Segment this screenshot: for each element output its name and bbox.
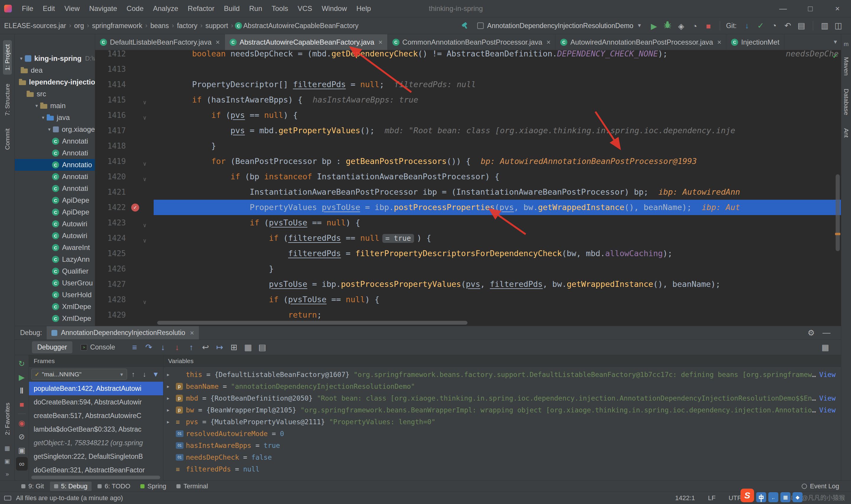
- close-icon[interactable]: ×: [190, 329, 194, 337]
- event-log-button[interactable]: Event Log: [802, 482, 839, 490]
- code-line-1428[interactable]: 1428∨if (pvsToUse == null) {: [95, 292, 841, 307]
- layout-grid-icon[interactable]: ▦: [4, 445, 10, 452]
- project-tool-window[interactable]: ▼king-in-springD:\wordealependency-injec…: [15, 34, 95, 326]
- variable-row-resolvedAutowireMode[interactable]: 01resolvedAutowireMode = 0: [163, 428, 841, 439]
- code-line-1419[interactable]: 1419∨for (BeanPostProcessor bp : getBean…: [95, 154, 841, 169]
- variable-row-needsDepCheck[interactable]: 01needsDepCheck = false: [163, 451, 841, 463]
- gutter-1414[interactable]: 1414: [95, 77, 153, 92]
- code-line-1429[interactable]: 1429return;: [95, 307, 841, 323]
- expand-arrow-icon[interactable]: ▶: [167, 408, 176, 412]
- stripe-7-structure[interactable]: 7: Structure: [3, 79, 12, 120]
- menu-refactor[interactable]: Refactor: [183, 3, 219, 15]
- code-line-1414[interactable]: 1414PropertyDescriptor[] filteredPds = n…: [95, 77, 841, 92]
- evaluate-icon[interactable]: ⊞: [227, 341, 241, 354]
- stripe-maven[interactable]: Maven: [842, 53, 851, 80]
- gutter-1428[interactable]: 1428∨: [95, 292, 153, 307]
- close-button[interactable]: ×: [824, 0, 851, 17]
- commit-icon[interactable]: ✓: [754, 19, 767, 32]
- tree-expand-icon[interactable]: ▼: [46, 127, 53, 132]
- tree-expand-icon[interactable]: ▼: [33, 103, 40, 108]
- run-to-cursor-icon[interactable]: ↦: [213, 341, 227, 354]
- view-table-icon[interactable]: ▦: [241, 341, 255, 354]
- code-line-1418[interactable]: 1418}: [95, 138, 841, 154]
- gutter-1421[interactable]: 1421: [95, 184, 153, 200]
- oo-icon[interactable]: ∞: [16, 457, 28, 471]
- toolwindow-6-todo[interactable]: 6: TODO: [93, 482, 134, 491]
- drop-frame-icon[interactable]: ↩: [198, 341, 213, 354]
- tree-item-annotati[interactable]: CAnnotati: [15, 135, 95, 147]
- shelf-icon[interactable]: ▤: [795, 19, 808, 32]
- variable-row-this[interactable]: ▶this = {DefaultListableBeanFactory@1607…: [163, 369, 841, 380]
- close-icon[interactable]: ×: [546, 38, 550, 47]
- stripe-1-project[interactable]: 1: Project: [3, 40, 12, 75]
- tree-expand-icon[interactable]: ▼: [18, 56, 25, 61]
- breadcrumb-item[interactable]: factory: [176, 21, 199, 31]
- code-line-1417[interactable]: 1417pvs = mbd.getPropertyValues();mbd: "…: [95, 123, 841, 138]
- gutter-1416[interactable]: 1416∨: [95, 108, 153, 123]
- view-breakpoints-icon[interactable]: ◉: [15, 416, 29, 430]
- close-icon[interactable]: ×: [379, 38, 383, 47]
- gutter-1425[interactable]: 1425: [95, 246, 153, 261]
- tree-item-usergrou[interactable]: CUserGrou: [15, 277, 95, 289]
- tree-item-xmldepe[interactable]: CXmlDepe: [15, 312, 95, 324]
- close-icon[interactable]: ×: [717, 38, 721, 47]
- filter-icon[interactable]: ▼: [150, 368, 161, 380]
- breadcrumb-item[interactable]: org: [73, 21, 85, 31]
- gutter-1429[interactable]: 1429: [95, 307, 153, 323]
- code-line-1420[interactable]: 1420∨if (bp instanceof InstantiationAwar…: [95, 169, 841, 184]
- stripe-database[interactable]: Database: [842, 85, 851, 119]
- tree-item-src[interactable]: src: [15, 88, 95, 100]
- breadcrumb-item[interactable]: ELEASE-sources.jar: [3, 21, 67, 31]
- gutter-1423[interactable]: 1423∨: [95, 215, 153, 230]
- tree-item-lependency-injection[interactable]: lependency-injection: [15, 76, 95, 88]
- stack-frame[interactable]: doGetBean:321, AbstractBeanFactor: [29, 463, 163, 477]
- editor-tab[interactable]: CDefaultListableBeanFactory.java×: [95, 34, 225, 50]
- editor-tab[interactable]: CAbstractAutowireCapableBeanFactory.java…: [225, 34, 388, 50]
- variable-row-beanName[interactable]: ▶pbeanName = "annotationDependencyInject…: [163, 380, 841, 392]
- menu-navigate[interactable]: Navigate: [85, 3, 122, 15]
- editor-horizontal-scrollbar[interactable]: [157, 321, 468, 325]
- variable-row-mbd[interactable]: ▶pmbd = {RootBeanDefinition@2050} "Root …: [163, 392, 841, 404]
- tree-item-annotatio[interactable]: CAnnotatio: [15, 159, 95, 171]
- stripe-ant[interactable]: Ant: [842, 124, 851, 142]
- gutter-1430[interactable]: 1430: [95, 323, 153, 326]
- status-message[interactable]: All files are up-to-date (a minute ago): [16, 494, 123, 502]
- gutter-1420[interactable]: 1420∨: [95, 169, 153, 184]
- expand-arrow-icon[interactable]: ▶: [167, 384, 176, 389]
- inspections-ok-icon[interactable]: ✓: [832, 51, 838, 60]
- tree-item-lazyann[interactable]: CLazyAnn: [15, 253, 95, 265]
- frame-down-icon[interactable]: ↓: [139, 368, 150, 380]
- menu-edit[interactable]: Edit: [38, 3, 60, 15]
- editor-tab[interactable]: CInjectionMet: [726, 34, 784, 50]
- toolwindow-9-git[interactable]: 9: Git: [17, 482, 48, 491]
- tree-expand-icon[interactable]: ▼: [40, 115, 47, 120]
- view-link[interactable]: View: [819, 371, 836, 378]
- tree-item-king-in-spring[interactable]: ▼king-in-springD:\wor: [15, 53, 95, 65]
- run-icon[interactable]: ▶: [647, 20, 661, 33]
- step-over-icon[interactable]: ↷: [142, 341, 156, 354]
- layout-settings-icon[interactable]: ▦: [818, 341, 832, 354]
- gutter-1417[interactable]: 1417: [95, 123, 153, 138]
- stack-frame[interactable]: getObject:-1, 758348212 (org.spring: [29, 436, 163, 450]
- hamburger-icon[interactable]: ≡: [127, 341, 142, 354]
- debug-session-tab[interactable]: AnnotationDependencyInjectionResolutio ×: [47, 326, 199, 339]
- stack-frame[interactable]: doCreateBean:594, AbstractAutowir: [29, 395, 163, 409]
- breadcrumb-item[interactable]: beans: [149, 21, 170, 31]
- code-line-1426[interactable]: 1426}: [95, 261, 841, 276]
- breadcrumb-item[interactable]: springframework: [91, 21, 144, 31]
- view-link[interactable]: View: [819, 406, 836, 414]
- menu-vcs[interactable]: VCS: [293, 3, 317, 15]
- tab-debugger[interactable]: Debugger: [32, 341, 72, 353]
- debug-run-icon[interactable]: [661, 19, 674, 31]
- stripe-commit[interactable]: Commit: [3, 124, 12, 154]
- gear-icon[interactable]: ⚙: [804, 327, 818, 339]
- tree-item-apidepe[interactable]: CApiDepe: [15, 194, 95, 206]
- editor-vertical-scrollbar[interactable]: [836, 174, 840, 251]
- more-toolwindows-icon[interactable]: »: [6, 471, 9, 478]
- menu-code[interactable]: Code: [122, 3, 148, 15]
- monitor-icon[interactable]: ▥: [818, 19, 832, 32]
- tree-item-autowiri[interactable]: CAutowiri: [15, 230, 95, 242]
- mute-breakpoints-icon[interactable]: ⊘: [15, 430, 29, 444]
- close-icon[interactable]: ×: [216, 38, 220, 47]
- variable-row-hasInstAwareBpps[interactable]: 01hasInstAwareBpps = true: [163, 439, 841, 451]
